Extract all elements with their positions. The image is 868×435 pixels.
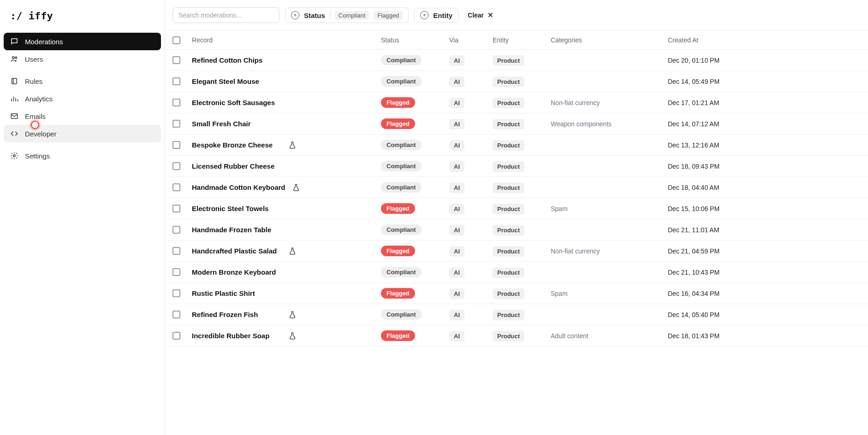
- entity-filter[interactable]: + Entity: [414, 8, 458, 23]
- status-badge: Compliant: [381, 140, 422, 150]
- sidebar-item-users[interactable]: Users: [4, 50, 161, 68]
- record-name: Rustic Plastic Shirt: [192, 289, 282, 297]
- row-checkbox[interactable]: [172, 141, 180, 149]
- status-badge: Compliant: [381, 55, 422, 65]
- svg-point-1: [15, 57, 17, 59]
- table-row[interactable]: Refined Cotton ChipsCompliantAIProductDe…: [165, 50, 868, 71]
- table-row[interactable]: Modern Bronze KeyboardCompliantAIProduct…: [165, 262, 868, 283]
- categories-cell: Non-fiat currency: [551, 99, 666, 106]
- table-row[interactable]: Small Fresh ChairFlaggedAIProductWeapon …: [165, 113, 868, 135]
- status-badge: Flagged: [381, 118, 415, 129]
- col-header-via[interactable]: Via: [449, 36, 493, 44]
- main-panel: + Status Compliant Flagged + Entity Clea…: [165, 0, 868, 435]
- col-header-entity[interactable]: Entity: [493, 36, 551, 44]
- table-row[interactable]: Handmade Cotton KeyboardCompliantAIProdu…: [165, 177, 868, 198]
- sidebar-item-emails[interactable]: Emails: [4, 107, 161, 125]
- table-row[interactable]: Electronic Soft SausagesFlaggedAIProduct…: [165, 92, 868, 113]
- row-checkbox[interactable]: [172, 162, 180, 170]
- entity-badge: Product: [493, 161, 524, 172]
- sidebar-item-moderations[interactable]: Moderations: [4, 33, 161, 50]
- status-badge: Flagged: [381, 97, 415, 108]
- sidebar-item-label: Moderations: [25, 38, 63, 46]
- row-checkbox[interactable]: [172, 226, 180, 234]
- table-body: Refined Cotton ChipsCompliantAIProductDe…: [165, 50, 868, 435]
- table-row[interactable]: Incredible Rubber SoapFlaggedAIProductAd…: [165, 325, 868, 347]
- filter-bar: + Status Compliant Flagged + Entity Clea…: [165, 0, 868, 30]
- created-cell: Dec 21, 11:01 AM: [666, 226, 861, 234]
- created-cell: Dec 21, 04:59 PM: [666, 247, 861, 255]
- status-filter[interactable]: + Status Compliant Flagged: [285, 7, 409, 23]
- via-badge: AI: [449, 225, 464, 235]
- svg-point-0: [12, 57, 15, 59]
- beaker-icon: [292, 183, 300, 192]
- row-checkbox[interactable]: [172, 77, 180, 85]
- app-logo: :/ iffy: [4, 5, 161, 33]
- via-badge: AI: [449, 204, 464, 214]
- mail-icon: [10, 112, 18, 120]
- table-row[interactable]: Handmade Frozen TableCompliantAIProductD…: [165, 219, 868, 241]
- entity-badge: Product: [493, 55, 524, 66]
- record-name: Bespoke Bronze Cheese: [192, 141, 282, 149]
- row-checkbox[interactable]: [172, 205, 180, 212]
- via-badge: AI: [449, 161, 464, 172]
- row-checkbox[interactable]: [172, 332, 180, 340]
- created-cell: Dec 14, 07:12 AM: [666, 120, 861, 128]
- row-checkbox[interactable]: [172, 247, 180, 255]
- status-badge: Compliant: [381, 309, 422, 320]
- via-badge: AI: [449, 246, 464, 257]
- search-input[interactable]: [172, 7, 279, 23]
- status-badge: Flagged: [381, 203, 415, 214]
- row-checkbox[interactable]: [172, 311, 180, 318]
- sidebar-item-rules[interactable]: Rules: [4, 72, 161, 90]
- record-name: Elegant Steel Mouse: [192, 77, 282, 85]
- via-badge: AI: [449, 310, 464, 320]
- via-badge: AI: [449, 140, 464, 151]
- col-header-status[interactable]: Status: [381, 36, 449, 44]
- record-name: Incredible Rubber Soap: [192, 332, 282, 340]
- table-row[interactable]: Rustic Plastic ShirtFlaggedAIProductSpam…: [165, 283, 868, 304]
- created-cell: Dec 20, 01:10 PM: [666, 57, 861, 64]
- created-cell: Dec 15, 10:06 PM: [666, 205, 861, 212]
- row-checkbox[interactable]: [172, 289, 180, 297]
- table-row[interactable]: Electronic Steel TowelsFlaggedAIProductS…: [165, 198, 868, 219]
- entity-badge: Product: [493, 140, 524, 151]
- col-header-created[interactable]: Created At: [666, 36, 861, 44]
- created-cell: Dec 16, 04:34 PM: [666, 290, 861, 297]
- row-checkbox[interactable]: [172, 120, 180, 128]
- created-cell: Dec 14, 05:40 PM: [666, 311, 861, 318]
- created-cell: Dec 21, 10:43 PM: [666, 269, 861, 276]
- sidebar-item-label: Emails: [25, 112, 46, 120]
- sidebar-item-label: Rules: [25, 77, 42, 85]
- record-name: Electronic Soft Sausages: [192, 99, 282, 106]
- row-checkbox[interactable]: [172, 56, 180, 64]
- plus-circle-icon: +: [420, 11, 428, 19]
- col-header-categories[interactable]: Categories: [551, 36, 666, 44]
- close-icon: ✕: [488, 11, 493, 19]
- categories-cell: Spam: [551, 205, 666, 212]
- record-name: Small Fresh Chair: [192, 120, 282, 128]
- select-all-checkbox[interactable]: [172, 36, 180, 44]
- via-badge: AI: [449, 331, 464, 341]
- created-cell: Dec 18, 04:40 AM: [666, 184, 861, 191]
- sidebar-item-label: Analytics: [25, 95, 53, 103]
- table-row[interactable]: Handcrafted Plastic SaladFlaggedAIProduc…: [165, 241, 868, 262]
- code-icon: [10, 129, 18, 138]
- sidebar-item-label: Developer: [25, 130, 56, 138]
- sidebar-item-analytics[interactable]: Analytics: [4, 90, 161, 107]
- clear-filters-button[interactable]: Clear ✕: [464, 8, 497, 22]
- sidebar: :/ iffy ModerationsUsersRulesAnalyticsEm…: [0, 0, 165, 435]
- row-checkbox[interactable]: [172, 183, 180, 191]
- sidebar-item-developer[interactable]: Developer: [4, 125, 161, 142]
- col-header-record[interactable]: Record: [192, 36, 381, 44]
- row-checkbox[interactable]: [172, 268, 180, 276]
- status-filter-value: Compliant: [335, 11, 369, 20]
- via-badge: AI: [449, 288, 464, 299]
- status-badge: Compliant: [381, 182, 422, 193]
- table-row[interactable]: Licensed Rubber CheeseCompliantAIProduct…: [165, 156, 868, 177]
- table-row[interactable]: Refined Frozen FishCompliantAIProductDec…: [165, 304, 868, 325]
- sidebar-item-settings[interactable]: Settings: [4, 147, 161, 165]
- record-name: Licensed Rubber Cheese: [192, 162, 282, 170]
- row-checkbox[interactable]: [172, 99, 180, 106]
- table-row[interactable]: Elegant Steel MouseCompliantAIProductDec…: [165, 71, 868, 92]
- table-row[interactable]: Bespoke Bronze CheeseCompliantAIProductD…: [165, 135, 868, 156]
